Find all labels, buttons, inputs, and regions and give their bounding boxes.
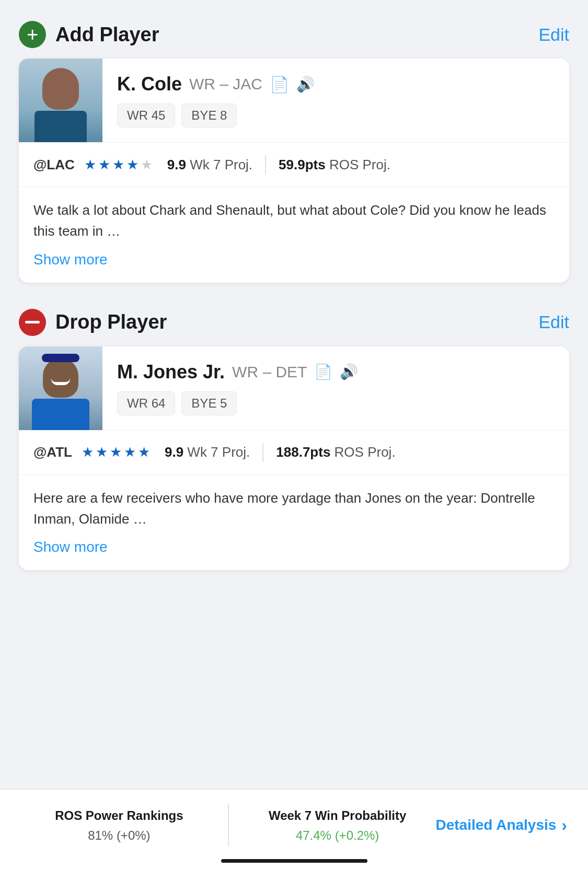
add-player-star-2: ★	[98, 157, 110, 173]
drop-player-star-4: ★	[124, 444, 136, 460]
page-container: + Add Player Edit K. Cole WR – JAC	[0, 0, 588, 869]
drop-player-info: M. Jones Jr. WR – DET 📄 🔊 WR 64 BYE 5	[102, 346, 569, 430]
drop-player-star-5: ★	[138, 444, 150, 460]
drop-player-icon[interactable]	[19, 309, 46, 336]
drop-player-rank-badge: WR 64	[117, 391, 175, 415]
add-player-name-row: K. Cole WR – JAC 📄 🔊	[117, 73, 555, 95]
add-player-header-left: + Add Player	[19, 21, 159, 48]
add-player-chat-icon[interactable]: 📄	[270, 75, 289, 94]
add-player-edit-link[interactable]: Edit	[538, 25, 569, 45]
add-player-section-header: + Add Player Edit	[19, 21, 569, 48]
add-player-star-4: ★	[126, 157, 139, 173]
footer-bar: ROS Power Rankings 81% (+0%) Week 7 Win …	[0, 789, 588, 869]
add-player-bye-badge: BYE 8	[181, 103, 237, 128]
add-player-badges: WR 45 BYE 8	[117, 103, 555, 128]
drop-player-matchup: @ATL	[33, 444, 72, 460]
drop-player-pos-team: WR – DET	[232, 363, 307, 381]
add-player-star-3: ★	[112, 157, 124, 173]
drop-player-edit-link[interactable]: Edit	[538, 312, 569, 332]
drop-player-header-left: Drop Player	[19, 309, 167, 336]
drop-player-card: M. Jones Jr. WR – DET 📄 🔊 WR 64 BYE 5 @A…	[19, 346, 569, 571]
drop-player-bye-badge: BYE 5	[181, 391, 237, 415]
drop-player-stat-divider	[262, 443, 263, 462]
add-player-show-more-button[interactable]: Show more	[19, 242, 108, 283]
footer-ros-label: ROS Power Rankings	[55, 807, 183, 824]
drop-player-sound-icon[interactable]: 🔊	[340, 363, 358, 380]
footer-week-value: 47.4% (+0.2%)	[296, 828, 379, 843]
footer-ros-stat: ROS Power Rankings 81% (+0%)	[21, 807, 217, 842]
drop-player-star-2: ★	[96, 444, 108, 460]
add-player-name: K. Cole	[117, 73, 182, 95]
add-player-photo	[19, 59, 102, 142]
add-player-ros-proj: 59.9pts ROS Proj.	[279, 157, 390, 173]
drop-player-analysis: Here are a few receivers who have more y…	[19, 475, 569, 530]
drop-player-section-header: Drop Player Edit	[19, 309, 569, 336]
drop-player-name-row: M. Jones Jr. WR – DET 📄 🔊	[117, 361, 555, 383]
drop-player-star-1: ★	[82, 444, 94, 460]
home-indicator	[221, 859, 367, 863]
footer-action-button[interactable]: Detailed Analysis ›	[436, 816, 568, 835]
drop-player-wk-proj: 9.9 Wk 7 Proj.	[165, 444, 250, 460]
footer-week-stat: Week 7 Win Probability 47.4% (+0.2%)	[239, 807, 436, 842]
drop-player-analysis-text: Here are a few receivers who have more y…	[33, 488, 555, 530]
drop-player-stars: ★ ★ ★ ★ ★	[82, 444, 150, 460]
add-player-matchup: @LAC	[33, 157, 75, 173]
footer-divider	[228, 804, 229, 846]
drop-player-stats: @ATL ★ ★ ★ ★ ★ 9.9 Wk 7 Proj. 188.7pts R…	[19, 431, 569, 475]
add-player-star-5: ★	[141, 157, 153, 173]
drop-player-photo	[19, 346, 102, 430]
add-player-rank-badge: WR 45	[117, 103, 175, 128]
add-player-icon[interactable]: +	[19, 21, 46, 48]
add-player-analysis: We talk a lot about Chark and Shenault, …	[19, 187, 569, 242]
footer-week-label: Week 7 Win Probability	[269, 807, 406, 824]
drop-player-badges: WR 64 BYE 5	[117, 391, 555, 415]
footer-action-arrow-icon: ›	[561, 816, 567, 835]
drop-player-name: M. Jones Jr.	[117, 361, 225, 383]
drop-player-show-more-button[interactable]: Show more	[19, 529, 108, 570]
drop-player-title: Drop Player	[55, 311, 167, 333]
drop-player-star-3: ★	[110, 444, 122, 460]
add-player-card: K. Cole WR – JAC 📄 🔊 WR 45 BYE 8 @LAC ★ …	[19, 59, 569, 283]
drop-player-header: M. Jones Jr. WR – DET 📄 🔊 WR 64 BYE 5	[19, 346, 569, 431]
drop-player-ros-proj: 188.7pts ROS Proj.	[276, 444, 395, 460]
add-player-sound-icon[interactable]: 🔊	[296, 76, 315, 93]
add-player-title: Add Player	[55, 24, 159, 46]
footer-action-label: Detailed Analysis	[436, 816, 557, 835]
add-player-stars: ★ ★ ★ ★ ★	[84, 157, 153, 173]
add-player-info: K. Cole WR – JAC 📄 🔊 WR 45 BYE 8	[102, 59, 569, 142]
add-player-star-1: ★	[84, 157, 96, 173]
add-player-stat-divider	[265, 155, 266, 174]
add-player-wk-proj: 9.9 Wk 7 Proj.	[167, 157, 252, 173]
add-player-stats: @LAC ★ ★ ★ ★ ★ 9.9 Wk 7 Proj. 59.9pts RO…	[19, 143, 569, 187]
add-player-header: K. Cole WR – JAC 📄 🔊 WR 45 BYE 8	[19, 59, 569, 143]
add-player-pos-team: WR – JAC	[189, 75, 262, 93]
drop-player-chat-icon[interactable]: 📄	[314, 363, 332, 380]
footer-ros-value: 81% (+0%)	[88, 828, 150, 843]
add-player-analysis-text: We talk a lot about Chark and Shenault, …	[33, 200, 555, 242]
